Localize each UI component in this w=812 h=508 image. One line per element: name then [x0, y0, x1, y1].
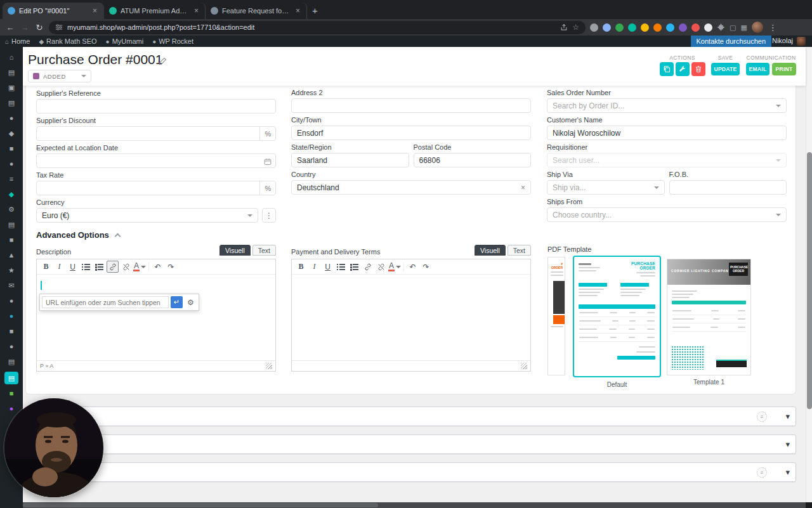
- advanced-options-toggle[interactable]: Advanced Options: [36, 230, 120, 240]
- sidebar-icon-addon-purple[interactable]: ●: [5, 403, 18, 414]
- clear-country-icon[interactable]: ×: [521, 183, 525, 192]
- terms-editor[interactable]: B I U A ↶ ↷: [291, 259, 531, 372]
- extension-icon[interactable]: [653, 23, 662, 32]
- address-bar[interactable]: myumami.shop/wp-admin/post.php?post=1771…: [49, 21, 586, 34]
- adminbar-home[interactable]: ⌂ Home: [5, 37, 30, 45]
- fob-input[interactable]: [669, 180, 787, 195]
- tab-close-icon[interactable]: ×: [91, 6, 98, 15]
- tab-atum-addons[interactable]: ATUM Premium Add-Ons - ATU ×: [104, 3, 206, 19]
- unlink-button[interactable]: [120, 261, 132, 273]
- expected-date-input[interactable]: [36, 153, 276, 168]
- pdf-template-default[interactable]: PURCHASE ORDER: [573, 256, 661, 377]
- visual-tab[interactable]: Visuell: [475, 245, 506, 256]
- currency-options-button[interactable]: ⋮: [262, 208, 276, 223]
- extension-icon[interactable]: [679, 23, 687, 32]
- sidebar-icon-integrations[interactable]: ●: [5, 341, 18, 351]
- delete-po-button[interactable]: [691, 62, 705, 76]
- ships-from-select[interactable]: Choose country...: [547, 207, 787, 222]
- link-url-input[interactable]: [42, 296, 169, 308]
- collapsed-metabox-3[interactable]: ≡ ▾: [25, 462, 796, 482]
- description-editor-content[interactable]: ↵ ⚙: [37, 275, 275, 360]
- suppliers-discount-input[interactable]: [36, 126, 276, 141]
- update-button[interactable]: UPDATE: [711, 63, 740, 75]
- state-input[interactable]: [291, 153, 409, 167]
- extension-icon[interactable]: [628, 23, 636, 32]
- extension-icon[interactable]: [691, 23, 700, 32]
- italic-button[interactable]: I: [308, 261, 320, 273]
- bullet-list-button[interactable]: [80, 261, 92, 273]
- underline-button[interactable]: U: [67, 261, 79, 273]
- print-button[interactable]: PRINT: [772, 63, 796, 75]
- undo-button[interactable]: ↶: [407, 261, 419, 273]
- tax-rate-input[interactable]: [36, 181, 276, 195]
- sidebar-icon-notifications[interactable]: ●: [5, 311, 18, 321]
- pdf-template-partial[interactable]: # ORDER: [547, 257, 565, 375]
- adminbar-wp-rocket[interactable]: ● WP Rocket: [152, 37, 193, 45]
- italic-button[interactable]: I: [53, 261, 65, 273]
- sidebar-icon-users[interactable]: ●: [5, 159, 18, 169]
- numbered-list-button[interactable]: [93, 261, 105, 273]
- sidebar-icon-comments[interactable]: ●: [5, 113, 18, 123]
- forward-icon[interactable]: →: [20, 23, 30, 32]
- link-button[interactable]: [362, 261, 374, 273]
- sidebar-icon-modules[interactable]: ■: [5, 326, 18, 336]
- toggle-panel-icon[interactable]: ▾: [785, 412, 790, 421]
- tab-edit-po[interactable]: Edit PO "#0001" ×: [3, 3, 104, 19]
- sidebar-icon-purchase-orders[interactable]: ▤: [4, 372, 18, 384]
- visual-tab[interactable]: Visuell: [219, 245, 251, 256]
- bookmark-star-icon[interactable]: ☆: [572, 23, 579, 32]
- sidebar-icon-mail[interactable]: ✉: [5, 280, 18, 290]
- drag-handle-icon[interactable]: ≡: [757, 467, 767, 478]
- sidebar-icon-products[interactable]: ■: [5, 235, 18, 245]
- resize-handle[interactable]: [521, 363, 527, 369]
- sidebar-icon-marketing[interactable]: ★: [5, 265, 18, 275]
- terms-editor-content[interactable]: [292, 275, 530, 360]
- horizontal-scrollbar[interactable]: [23, 502, 806, 508]
- sidebar-icon-seo[interactable]: ●: [5, 296, 18, 306]
- extension-icon[interactable]: [641, 23, 649, 32]
- tab-close-icon[interactable]: ×: [294, 6, 301, 15]
- sidebar-icon-exports[interactable]: ▤: [5, 356, 18, 367]
- text-tab[interactable]: Text: [508, 245, 531, 256]
- drag-handle-icon[interactable]: ≡: [757, 412, 767, 422]
- extension-icon[interactable]: [603, 23, 611, 32]
- address2-input[interactable]: [291, 98, 531, 113]
- toggle-panel-icon[interactable]: ▾: [785, 467, 790, 477]
- sidebar-icon-pages[interactable]: ▤: [5, 98, 18, 108]
- unlink-button[interactable]: [375, 261, 387, 273]
- description-editor[interactable]: B I U A ↶ ↷ ↵: [36, 259, 276, 372]
- requisitioner-select[interactable]: Search user...: [547, 153, 787, 167]
- redo-button[interactable]: ↷: [420, 261, 432, 273]
- share-icon[interactable]: [560, 23, 568, 31]
- customer-name-input[interactable]: [547, 126, 787, 140]
- tab-close-icon[interactable]: ×: [193, 6, 200, 15]
- collapsed-metabox-2[interactable]: ▾: [25, 434, 796, 454]
- suppliers-reference-input[interactable]: [36, 99, 276, 114]
- browser-profile-avatar[interactable]: [752, 22, 763, 33]
- edit-title-pencil-icon[interactable]: [159, 56, 167, 68]
- email-button[interactable]: EMAIL: [746, 63, 769, 75]
- clone-po-button[interactable]: [660, 62, 674, 76]
- pdf-template-1[interactable]: CORMIER LIGHTING COMPANY PURCHASE ORDER: [667, 259, 751, 375]
- apps-grid-icon[interactable]: ▦: [740, 23, 747, 32]
- sidebar-icon-plugins[interactable]: ■: [5, 143, 18, 153]
- extension-icon[interactable]: [590, 23, 598, 32]
- extension-icon[interactable]: [615, 23, 624, 32]
- reload-icon[interactable]: ↻: [34, 23, 44, 32]
- extension-icon[interactable]: [704, 23, 712, 32]
- site-settings-icon[interactable]: [55, 23, 63, 31]
- browser-menu-icon[interactable]: ⋮: [768, 23, 778, 32]
- city-input[interactable]: [291, 126, 531, 140]
- sidebar-icon-settings[interactable]: ⚙: [5, 204, 18, 214]
- collapsed-metabox-1[interactable]: ≡ ▾: [25, 407, 796, 426]
- link-button[interactable]: [107, 261, 119, 273]
- sidebar-icon-posts[interactable]: ▤: [5, 67, 18, 77]
- undo-button[interactable]: ↶: [152, 261, 164, 273]
- sales-order-select[interactable]: Search by Order ID...: [547, 98, 787, 113]
- resize-handle[interactable]: [266, 363, 272, 369]
- status-select[interactable]: ADDED: [28, 70, 91, 82]
- vertical-scrollbar[interactable]: [806, 47, 812, 502]
- text-color-button[interactable]: A: [388, 261, 401, 273]
- sidebar-icon-dashboard[interactable]: ⌂: [5, 52, 18, 62]
- adminbar-rank-math[interactable]: ◆ Rank Math SEO: [39, 37, 96, 45]
